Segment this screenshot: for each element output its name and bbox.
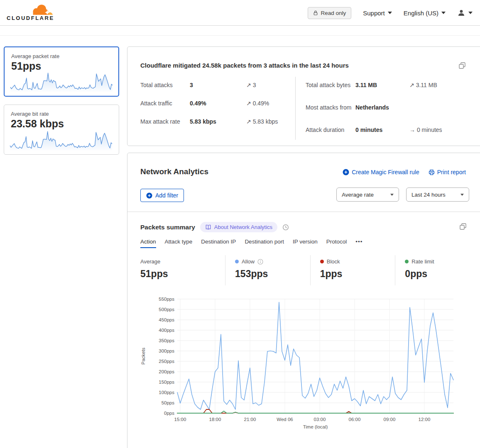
svg-text:100pps: 100pps: [159, 390, 174, 395]
trend-up-icon: ↗: [246, 82, 251, 88]
svg-text:09:00: 09:00: [384, 417, 396, 422]
section-title: Network Analytics: [140, 167, 208, 176]
svg-text:21:00: 21:00: [244, 417, 256, 422]
tab-attack-type[interactable]: Attack type: [165, 239, 193, 248]
packets-summary-section: Packets summary About Network Analytics: [127, 212, 480, 448]
printer-icon: [429, 169, 435, 175]
account-menu[interactable]: [457, 9, 473, 17]
more-tabs-button[interactable]: •••: [355, 239, 362, 248]
svg-text:550pps: 550pps: [159, 297, 174, 302]
svg-text:400pps: 400pps: [159, 328, 174, 333]
chevron-down-icon: [468, 12, 473, 14]
support-menu[interactable]: Support: [363, 10, 392, 17]
packets-summary-title: Packets summary: [140, 224, 195, 231]
trend-up-icon: ↗: [246, 100, 251, 107]
summary-stats-right: Total attack bytes 3.11 MB ↗ 3.11 MB Mos…: [306, 78, 472, 136]
cloudflare-cloud-icon: [28, 2, 54, 16]
language-menu[interactable]: English (US): [404, 10, 446, 17]
page-divider: [0, 35, 480, 36]
tab-action[interactable]: Action: [140, 239, 156, 248]
bit-rate-sparkline: [8, 128, 114, 152]
summary-stats-left: Total attacks 3 ↗ 3 Attack traffic 0.49%…: [140, 78, 286, 128]
dimension-tabs: Action Attack type Destination IP Destin…: [140, 239, 362, 248]
rate-limit-dot-icon: [405, 260, 409, 263]
trend-up-icon: ↗: [409, 82, 414, 88]
circle-plus-icon: [343, 169, 349, 175]
attack-summary-card: Cloudflare mitigated 24.58k packets from…: [127, 46, 480, 146]
read-only-label: Read only: [321, 10, 346, 16]
svg-text:06:00: 06:00: [349, 417, 361, 422]
circle-plus-icon: [146, 192, 152, 199]
chevron-down-icon: [460, 194, 464, 196]
copy-icon[interactable]: [458, 62, 466, 69]
metric-select[interactable]: Average rate: [336, 187, 399, 202]
tab-destination-port[interactable]: Destination port: [245, 239, 284, 248]
allow-dot-icon: [235, 260, 239, 263]
cloudflare-logo[interactable]: CLOUDFLARE: [7, 2, 56, 23]
summary-title: Cloudflare mitigated 24.58k packets from…: [140, 62, 456, 69]
metric-label: Average packet rate: [11, 53, 112, 59]
svg-text:12:00: 12:00: [419, 417, 431, 422]
trend-up-value: ↗ 0.49%: [246, 97, 286, 110]
svg-text:Time (local): Time (local): [303, 424, 328, 429]
print-report-link[interactable]: Print report: [429, 169, 466, 175]
chevron-down-icon: [388, 12, 392, 14]
network-analytics-card: Network Analytics Create Magic Firewall …: [127, 153, 480, 448]
svg-text:500pps: 500pps: [159, 307, 174, 312]
history-clock-icon[interactable]: [282, 224, 289, 231]
cloudflare-wordmark: CLOUDFLARE: [7, 15, 54, 21]
stat-block: Block 1pps: [310, 255, 395, 285]
svg-text:0pps: 0pps: [164, 411, 174, 416]
copy-icon[interactable]: [459, 223, 467, 230]
read-only-badge: Read only: [308, 7, 351, 19]
svg-text:03:00: 03:00: [314, 417, 326, 422]
top-header: CLOUDFLARE Read only Support English (US…: [0, 0, 480, 26]
about-network-analytics-badge[interactable]: About Network Analytics: [200, 222, 277, 232]
block-dot-icon: [320, 260, 324, 263]
svg-text:Wed 06: Wed 06: [277, 417, 293, 422]
svg-text:Packets: Packets: [141, 348, 146, 365]
book-icon: [205, 224, 211, 230]
trend-flat-value: → 0 minutes: [409, 123, 472, 136]
svg-text:200pps: 200pps: [159, 369, 174, 374]
stat-average: Average 51pps: [140, 255, 225, 285]
tab-protocol[interactable]: Protocol: [326, 239, 347, 248]
time-range-select[interactable]: Last 24 hours: [406, 187, 469, 202]
chevron-down-icon: [441, 12, 446, 14]
svg-text:450pps: 450pps: [159, 317, 174, 322]
create-magic-firewall-rule-link[interactable]: Create Magic Firewall rule: [343, 169, 419, 175]
packet-rate-sparkline: [9, 69, 114, 93]
svg-text:15:00: 15:00: [174, 417, 186, 422]
svg-text:250pps: 250pps: [159, 359, 174, 364]
action-stats-row: Average 51pps Allow 153pps: [140, 255, 480, 285]
metric-card-packet-rate[interactable]: Average packet rate 51pps: [4, 46, 119, 97]
trend-up-value: ↗ 5.83 kbps: [246, 115, 286, 128]
arrow-right-icon: →: [409, 127, 415, 133]
summary-divider: [295, 77, 296, 140]
svg-text:150pps: 150pps: [159, 380, 174, 385]
svg-text:18:00: 18:00: [209, 417, 221, 422]
packets-time-series-chart: 0pps50pps100pps150pps200pps250pps300pps3…: [137, 296, 465, 445]
trend-up-value: ↗ 3.11 MB: [409, 78, 472, 92]
lock-icon: [313, 10, 318, 16]
stat-allow: Allow 153pps: [225, 255, 310, 285]
trend-up-icon: ↗: [246, 118, 251, 125]
metric-label: Average bit rate: [11, 111, 112, 117]
svg-text:50pps: 50pps: [162, 400, 175, 405]
add-filter-button[interactable]: Add filter: [140, 189, 184, 202]
user-icon: [457, 9, 465, 17]
svg-text:300pps: 300pps: [159, 348, 174, 353]
chevron-down-icon: [390, 194, 394, 196]
trend-up-value: ↗ 3: [246, 78, 286, 92]
tab-ip-version[interactable]: IP version: [293, 239, 318, 248]
stat-rate-limit: Rate limit 0pps: [395, 255, 480, 285]
tab-destination-ip[interactable]: Destination IP: [201, 239, 236, 248]
svg-text:350pps: 350pps: [159, 338, 174, 343]
info-icon[interactable]: [257, 259, 263, 265]
metric-card-bit-rate[interactable]: Average bit rate 23.58 kbps: [4, 105, 119, 155]
